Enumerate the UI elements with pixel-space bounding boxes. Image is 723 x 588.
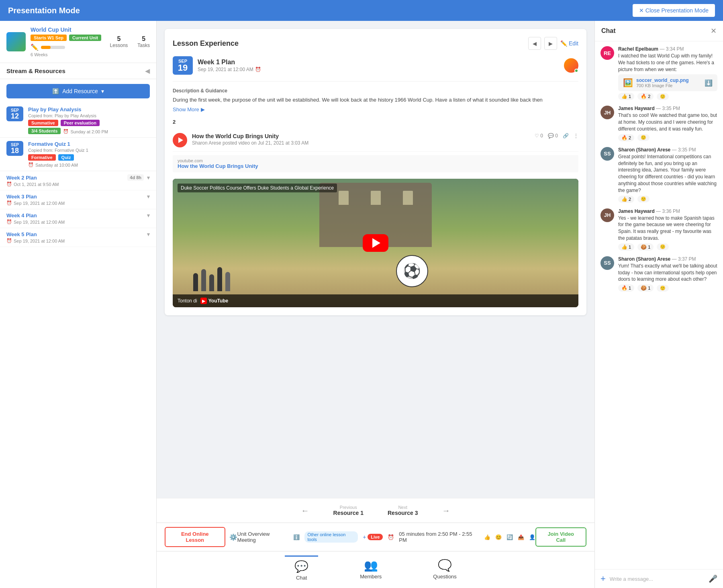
reaction[interactable]: 🔥1 [618,284,634,292]
meeting-time: 05 minutes from 2:50 PM - 2:55 PM [399,531,479,543]
share-icon[interactable]: 📤 [518,534,524,540]
unit-stats: 5 Lessons 5 Tasks [110,35,150,48]
resource-meta: Sharon Arese posted video on Jul 21, 202… [192,140,530,146]
clock-icon: ⏰ [255,67,261,72]
file-size: 700 KB Image File [636,83,701,88]
add-reaction[interactable]: 🙂 [637,196,649,202]
item-content: Play by Play Analysis Copied from: Play … [28,106,150,134]
refresh-icon[interactable]: 🔄 [507,534,513,540]
file-attachment[interactable]: 🖼️ soccer_world_cup.png 700 KB Image Fil… [618,74,717,91]
resource-title: How the World Cup Brings Unity [192,133,530,139]
sidebar-section-title: Stream & Resources [6,67,65,74]
reaction[interactable]: 🍪1 [637,284,654,292]
edit-icon[interactable]: ✏️ [31,43,39,51]
resource-item: How the World Cup Brings Unity Sharon Ar… [173,129,578,152]
next-resource-button[interactable]: Next Resource 3 [388,505,418,516]
thumb-up-icon[interactable]: 👍 [484,534,490,540]
heart-icon[interactable]: ♡ 0 [535,133,543,139]
avatar: RE [600,46,614,60]
prev-arrow-button[interactable]: ← [301,506,309,515]
next-arrow-button[interactable]: → [442,506,450,515]
link-icon[interactable]: 🔗 [563,133,569,139]
reaction[interactable]: 👍1 [618,93,634,100]
message-body: Rachel Epelbaum — 3:34 PM I watched the … [618,46,717,100]
prev-nav-button[interactable]: ◀ [528,37,541,50]
next-label: Next [398,505,407,510]
reaction[interactable]: 👍1 [618,243,634,251]
show-more-button[interactable]: Show More ▶ [173,106,578,112]
download-icon[interactable]: ⬇️ [705,79,713,87]
emoji-icon[interactable]: 😊 [495,534,502,540]
reaction[interactable]: 🔥2 [618,134,634,141]
plan-list-item[interactable]: Week 4 Plan ▾ ⏰ Sep 19, 2021 at 12:00 AM [0,209,156,228]
microphone-icon[interactable]: 🎤 [709,574,717,583]
chat-input[interactable] [610,576,705,582]
previous-resource-button[interactable]: Previous Resource 1 [333,505,364,516]
video-embed[interactable]: Duke Soccer Politics Course Offers Duke … [173,179,578,307]
join-video-call-button[interactable]: Join Video Call [535,527,586,547]
plan-list-item[interactable]: Week 3 Plan ▾ ⏰ Sep 19, 2021 at 12:00 AM [0,190,156,209]
tab-questions[interactable]: 🗨️ Questions [423,555,466,584]
lesson-card: Lesson Experience ◀ ▶ ✏️ Edit SEP 19 [165,29,586,315]
tab-members[interactable]: 👥 Members [350,555,391,584]
end-lesson-button[interactable]: End Online Lesson [165,527,225,547]
add-resource-button[interactable]: ⬆️ Add Resource ▾ [6,84,150,98]
settings-icon[interactable]: ⚙️ [229,533,237,541]
people-icon[interactable]: 👤 [529,534,535,540]
youtube-play-button[interactable] [363,234,388,252]
add-reaction[interactable]: 🙂 [637,134,649,141]
sender-name: James Hayward [618,208,655,214]
youtube-tonton-label: Tonton di [178,298,197,304]
chat-close-button[interactable]: ✕ [711,27,717,35]
reaction[interactable]: 🍪1 [637,243,654,251]
chat-add-button[interactable]: + [600,574,606,584]
plan-date: ⏰ Sep 19, 2021 at 12:00 AM [6,219,150,225]
plan-date: ⏰ Sep 19, 2021 at 12:00 AM [6,200,150,206]
week-plan-info: Week 1 Plan Sep 19, 2021 at 12:00 AM ⏰ [198,59,559,72]
lessons-stat: 5 Lessons [110,35,128,48]
message-time: — 3:34 PM [660,46,684,52]
chevron-down-icon: ▾ [147,212,150,218]
plan-list-item[interactable]: Week 5 Plan ▾ ⏰ Sep 19, 2021 at 12:00 AM [0,228,156,247]
more-icon[interactable]: ⋮ [574,133,578,139]
item-subtitle: Copied from: Play by Play Analysis [28,113,150,118]
next-nav-button[interactable]: ▶ [544,37,557,50]
unit-name[interactable]: World Cup Unit [31,27,105,33]
item-title[interactable]: Formative Quiz 1 [28,141,150,147]
play-icon[interactable] [173,133,187,147]
file-icon: 🖼️ [623,78,633,88]
add-reaction[interactable]: 🙂 [657,93,669,100]
item-tags: Summative Peer evaluation [28,120,150,126]
formative-tag: Formative [28,154,56,161]
previous-label: Previous [340,505,357,510]
date-box: SEP 12 [6,106,23,121]
progress-bar [41,46,65,49]
edit-button[interactable]: ✏️ Edit [560,40,578,47]
add-reaction[interactable]: 🙂 [657,243,669,250]
plan-list-item[interactable]: Week 2 Plan 4d 8h ▾ ⏰ Oct 1, 2021 at 9:5… [0,171,156,190]
info-icon: ℹ️ [293,534,300,540]
add-reaction[interactable]: 🙂 [657,285,669,292]
lesson-navigation: ◀ ▶ ✏️ Edit [528,37,578,50]
yt-logo-mark: ▶ [200,298,207,304]
chat-tab-label: Chat [296,575,307,581]
youtube-title-link[interactable]: How the World Cup Brings Unity [178,163,574,169]
close-presentation-button[interactable]: ✕ Close Presentation Mode [633,4,715,17]
unit-badges: Starts W1 Sep Current Unit ✏️ [31,35,105,51]
chevron-down-icon: ▾ [147,194,150,200]
item-time: ⏰Saturday at 10:00 AM [28,162,150,167]
reaction[interactable]: 👍2 [618,196,634,203]
tasks-stat: 5 Tasks [137,35,150,48]
message-body: James Hayward — 3:36 PM Yes - we learned… [618,208,717,251]
comment-icon[interactable]: 💬 0 [548,133,558,139]
item-title[interactable]: Play by Play Analysis [28,106,150,112]
tab-chat[interactable]: 💬 Chat [285,555,318,584]
week-date-box: SEP 19 [173,56,193,75]
reaction[interactable]: 🔥2 [637,93,654,100]
person-silhouette [201,269,206,291]
collapse-icon[interactable]: ◀ [145,67,150,75]
next-resource-name: Resource 3 [388,510,418,516]
avatar: SS [600,256,614,270]
other-tools-badge[interactable]: Other online lesson tools [304,531,358,543]
bottom-tabs-bar: 💬 Chat 👥 Members 🗨️ Questions [157,551,594,588]
